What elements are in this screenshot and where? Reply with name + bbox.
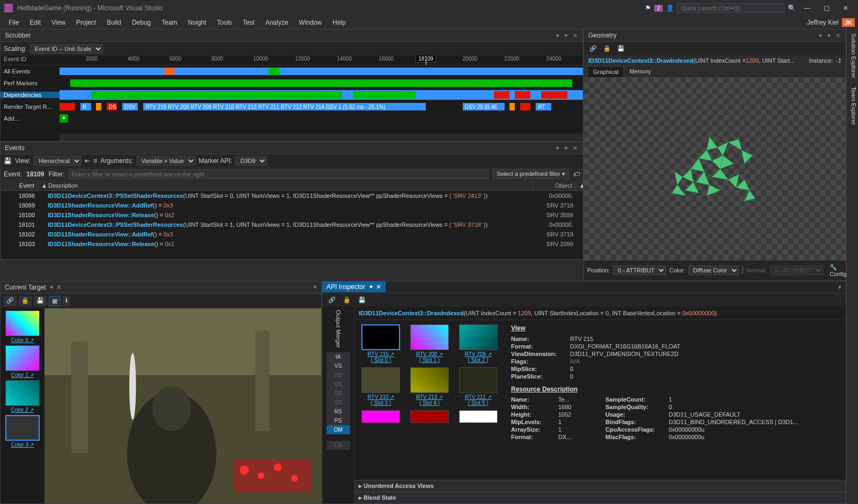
stage-om[interactable]: OM — [327, 425, 350, 434]
stage-gs[interactable]: GS — [327, 389, 350, 398]
stage-ds[interactable]: DS — [327, 380, 350, 389]
event-row[interactable]: 18102ID3D11ShaderResourceView::AddRef() … — [1, 229, 583, 239]
render-target-view[interactable] — [45, 308, 321, 503]
pin-icon[interactable]: ✦ — [825, 32, 832, 39]
menu-project[interactable]: Project — [71, 18, 101, 27]
event-row[interactable]: 18100ID3D11ShaderResourceView::Release()… — [1, 210, 583, 220]
menu-team[interactable]: Team — [156, 18, 182, 27]
solution-explorer-tab[interactable]: Solution Explorer — [847, 29, 858, 83]
rtv-rtv-215[interactable]: RTV 215 ↗( Slot 0 ) — [359, 324, 403, 363]
lock-icon[interactable]: 🔒 — [601, 44, 613, 53]
args-select[interactable]: Variable + Value — [137, 156, 196, 166]
lock-icon[interactable]: 🔒 — [19, 296, 32, 306]
tab-memory[interactable]: Memory — [624, 66, 656, 77]
close-button[interactable]: ✕ — [838, 4, 854, 12]
minimize-button[interactable]: — — [799, 4, 815, 12]
stage-cs[interactable]: CS — [327, 441, 350, 450]
user-badge[interactable]: JK — [842, 18, 855, 27]
dropdown-icon[interactable]: ▾ — [314, 284, 317, 291]
flag-icon[interactable]: ⚑ — [645, 4, 651, 12]
link-icon[interactable]: 🔗 — [4, 296, 17, 306]
color-select[interactable]: Diffuse Color — [689, 265, 739, 275]
stage-rs[interactable]: RS — [327, 407, 350, 416]
marker-select[interactable]: D3D9 — [235, 156, 267, 166]
uav-section[interactable]: Unordered Access Views — [354, 480, 846, 492]
stage-hs[interactable]: HS — [327, 370, 350, 380]
geometry-viewport[interactable] — [584, 78, 846, 261]
view-select[interactable]: Hierarchical — [34, 156, 82, 166]
menu-edit[interactable]: Edit — [24, 18, 46, 27]
close-tab-icon[interactable]: ✕ — [376, 283, 381, 291]
stage-ps[interactable]: PS — [327, 416, 350, 425]
rtv-rtv-213[interactable]: RTV 213 ↗( Slot 4 ) — [408, 367, 452, 406]
thumb-color-1[interactable]: Color 1 ↗ — [3, 345, 42, 378]
rtv-rtv-211[interactable]: RTV 211 ↗( Slot 5 ) — [456, 367, 500, 406]
save-icon[interactable]: 💾 — [34, 296, 47, 306]
event-row[interactable]: 18103ID3D11ShaderResourceView::Release()… — [1, 239, 583, 249]
save-icon[interactable]: 💾 — [615, 44, 627, 53]
menu-window[interactable]: Window — [293, 18, 327, 27]
add-row-button[interactable]: + — [60, 114, 68, 123]
menu-tools[interactable]: Tools — [212, 18, 238, 27]
event-row[interactable]: 18099ID3D11ShaderResourceView::AddRef() … — [1, 201, 583, 210]
filter-input[interactable] — [69, 169, 489, 179]
api-inspector-tab[interactable]: API Inspector ✦ ✕ — [322, 281, 386, 292]
save-icon[interactable]: 💾 — [4, 157, 12, 165]
info-icon[interactable]: ℹ — [63, 296, 70, 306]
menu-debug[interactable]: Debug — [127, 18, 156, 27]
collapse-icon[interactable]: ⇤ — [85, 157, 90, 165]
stage-vs[interactable]: VS — [327, 361, 350, 370]
cursor-line[interactable] — [426, 56, 426, 65]
event-row[interactable]: 18101ID3D11DeviceContext3::PSSetShaderRe… — [1, 220, 583, 229]
menu-nsight[interactable]: Nsight — [183, 18, 212, 27]
close-icon[interactable]: ✕ — [572, 32, 579, 39]
filter-predefined[interactable]: Select a predefined filter ▾ — [493, 169, 569, 179]
team-explorer-tab[interactable]: Team Explorer — [847, 83, 858, 129]
normal-select[interactable]: 0 - ATTRIBUT — [770, 265, 823, 275]
maximize-button[interactable]: ▢ — [818, 4, 834, 12]
menu-analyze[interactable]: Analyze — [260, 18, 294, 27]
menu-view[interactable]: View — [46, 18, 71, 27]
position-select[interactable]: 0 - ATTRIBUT — [613, 265, 666, 275]
dropdown-icon[interactable]: ▾ — [818, 32, 823, 39]
stage-so[interactable]: SO — [327, 398, 350, 407]
link-icon[interactable]: 🔗 — [587, 44, 599, 53]
close-icon[interactable]: ✕ — [834, 32, 841, 39]
rtv-rtv-210[interactable]: RTV 210 ↗( Slot 3 ) — [359, 367, 403, 406]
close-tab-icon[interactable]: ✕ — [56, 284, 62, 291]
pin-icon[interactable]: ✦ — [563, 145, 569, 152]
pin-icon[interactable]: ✦ — [49, 284, 54, 291]
thumb-color-3[interactable]: Color 3 ↗ — [3, 415, 42, 448]
save-icon[interactable]: 💾 — [356, 295, 368, 305]
dropdown-icon[interactable]: ▾ — [555, 145, 560, 152]
menu-test[interactable]: Test — [238, 18, 260, 27]
rtv-item[interactable] — [359, 410, 403, 423]
color-swatch[interactable] — [742, 266, 743, 274]
rtv-rtv-209[interactable]: RTV 209 ↗( Slot 2 ) — [456, 324, 500, 363]
menu-build[interactable]: Build — [101, 18, 127, 27]
tag-icon[interactable]: 🏷 — [573, 171, 580, 178]
dropdown-icon[interactable]: ▾ — [838, 284, 841, 290]
blend-state-section[interactable]: Blend State — [354, 492, 846, 503]
instance-value[interactable]: -1 — [836, 57, 841, 64]
all-events-bar[interactable] — [60, 68, 583, 75]
pin-icon[interactable]: ✦ — [563, 32, 569, 39]
feedback-icon[interactable]: 👤 — [666, 4, 674, 12]
rtv-item[interactable] — [408, 410, 452, 423]
menu-file[interactable]: File — [3, 18, 24, 27]
stage-ia[interactable]: IA — [327, 352, 350, 361]
quick-launch-input[interactable] — [677, 3, 785, 13]
pin-icon[interactable]: ✦ — [368, 283, 374, 291]
thumb-color-2[interactable]: Color 2 ↗ — [3, 380, 42, 413]
link-icon[interactable]: 🔗 — [326, 295, 338, 305]
notification-badge[interactable]: 2 — [654, 5, 663, 12]
close-icon[interactable]: ✕ — [572, 145, 579, 152]
user-name[interactable]: Jeffrey Kiel — [807, 19, 839, 26]
thumb-color-0[interactable]: Color 0 ↗ — [3, 310, 42, 343]
grid-icon[interactable]: ▦ — [49, 296, 61, 306]
rtv-item[interactable] — [456, 410, 500, 423]
dropdown-icon[interactable]: ▾ — [555, 32, 560, 39]
tab-graphical[interactable]: Graphical — [587, 66, 624, 77]
scaling-select[interactable]: Event ID -- Unit Scale — [30, 44, 103, 54]
hscrollbar[interactable] — [60, 134, 583, 141]
